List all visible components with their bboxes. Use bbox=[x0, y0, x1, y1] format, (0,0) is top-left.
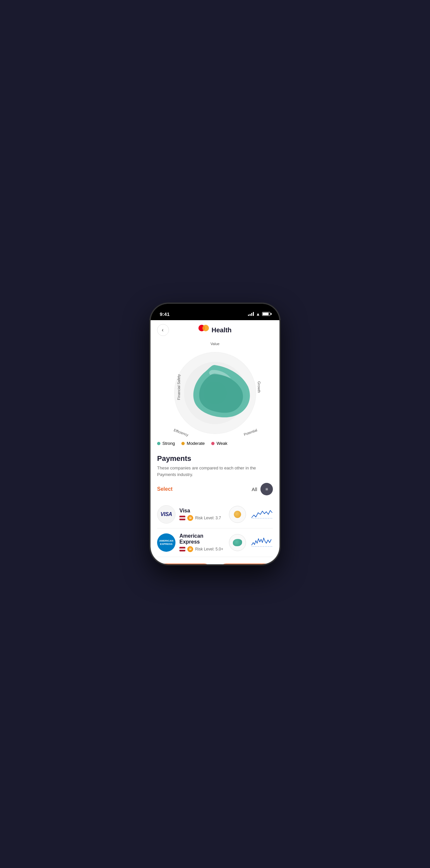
moderate-dot bbox=[181, 442, 185, 445]
content-area: ‹ Health Value bbox=[151, 320, 279, 564]
radar-label-growth: Growth bbox=[257, 381, 261, 393]
legend-item-moderate: Moderate bbox=[181, 441, 205, 446]
visa-name: Visa bbox=[179, 508, 225, 514]
weak-label: Weak bbox=[216, 441, 227, 446]
company-card-visa[interactable]: VISA Visa 🏛 Risk Level: 3.7 bbox=[157, 501, 273, 528]
status-icons: ▲ bbox=[248, 312, 270, 316]
battery-icon bbox=[262, 312, 270, 316]
us-flag-icon bbox=[179, 516, 185, 520]
strong-label: Strong bbox=[162, 441, 175, 446]
amex-logo-text: AMERICANEXPRESS bbox=[159, 539, 173, 546]
visa-logo: VISA bbox=[157, 505, 176, 524]
amex-health-ball bbox=[229, 534, 246, 551]
legend: Strong Moderate Weak bbox=[151, 438, 279, 450]
visa-risk-level: Risk Level: 3.7 bbox=[195, 516, 221, 520]
filter-all-label: All bbox=[252, 487, 257, 492]
visa-health-indicator bbox=[234, 511, 241, 518]
company-card-amex[interactable]: AMERICANEXPRESS American Express 🏛 Risk … bbox=[157, 528, 273, 557]
moderate-label: Moderate bbox=[187, 441, 205, 446]
status-bar: 9:41 ▲ bbox=[151, 304, 279, 320]
amex-mini-chart bbox=[250, 536, 273, 549]
phone-shell: 9:41 ▲ ‹ bbox=[151, 304, 279, 564]
radar-label-container: Value bbox=[169, 341, 261, 433]
strong-dot bbox=[157, 442, 160, 445]
legend-item-weak: Weak bbox=[211, 441, 227, 446]
buy-button[interactable]: Buy bbox=[157, 564, 213, 564]
institution-icon-2: 🏛 bbox=[187, 546, 193, 552]
filter-button[interactable]: ≡ bbox=[260, 483, 273, 495]
select-row: Select All ≡ bbox=[157, 483, 273, 495]
filter-sliders-icon: ≡ bbox=[265, 487, 268, 492]
weak-dot bbox=[211, 442, 215, 445]
payments-description: These companies are compared to each oth… bbox=[157, 465, 273, 477]
amex-name: American Express bbox=[179, 533, 225, 545]
payments-section: Payments These companies are compared to… bbox=[151, 450, 279, 557]
wifi-icon: ▲ bbox=[256, 312, 260, 316]
top-nav: ‹ Health bbox=[151, 320, 279, 338]
visa-health-ball bbox=[229, 506, 246, 523]
back-chevron-icon: ‹ bbox=[162, 328, 163, 333]
legend-item-strong: Strong bbox=[157, 441, 175, 446]
sell-button[interactable]: Sell bbox=[218, 564, 273, 564]
visa-meta: 🏛 Risk Level: 3.7 bbox=[179, 515, 225, 521]
radar-label-value: Value bbox=[211, 342, 219, 346]
mc-right-circle bbox=[203, 325, 209, 331]
radar-chart bbox=[169, 347, 261, 439]
visa-info: Visa 🏛 Risk Level: 3.7 bbox=[179, 508, 225, 521]
amex-health-indicator bbox=[233, 539, 242, 546]
amex-logo: AMERICANEXPRESS bbox=[157, 533, 176, 552]
header-title-area: Health bbox=[198, 325, 232, 335]
amex-info: American Express 🏛 Risk Level: 5.0+ bbox=[179, 533, 225, 552]
us-flag-icon-2 bbox=[179, 547, 185, 552]
visa-mini-chart bbox=[250, 508, 273, 521]
mastercard-logo-icon bbox=[198, 325, 209, 335]
battery-fill bbox=[263, 313, 269, 315]
radar-label-financial-safety: Financial Safety bbox=[177, 374, 181, 400]
payments-title: Payments bbox=[157, 454, 273, 463]
radar-container: Value bbox=[151, 338, 279, 438]
signal-icon bbox=[248, 312, 254, 316]
visa-logo-text: VISA bbox=[160, 512, 172, 517]
amex-risk-level: Risk Level: 5.0+ bbox=[195, 547, 223, 552]
phone-screen: 9:41 ▲ ‹ bbox=[151, 304, 279, 564]
select-label[interactable]: Select bbox=[157, 486, 173, 492]
status-time: 9:41 bbox=[160, 311, 170, 317]
bottom-actions: Buy Sell bbox=[151, 557, 279, 564]
institution-icon: 🏛 bbox=[187, 515, 193, 521]
back-button[interactable]: ‹ bbox=[157, 324, 169, 336]
filter-right: All ≡ bbox=[252, 483, 273, 495]
amex-meta: 🏛 Risk Level: 5.0+ bbox=[179, 546, 225, 552]
notch bbox=[194, 304, 237, 315]
page-title: Health bbox=[212, 327, 232, 334]
